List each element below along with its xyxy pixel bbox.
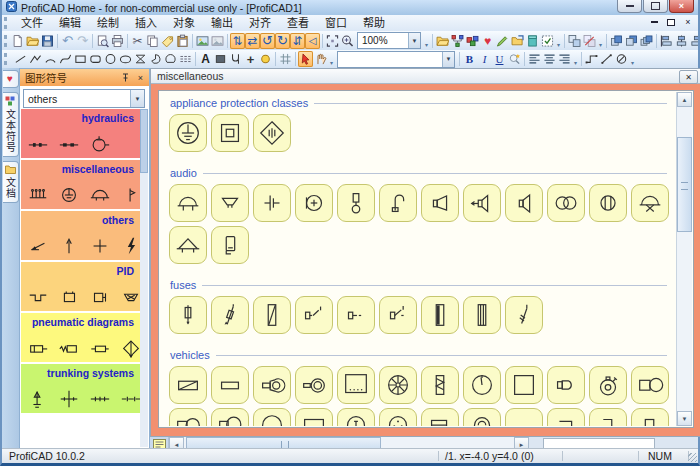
- symbols-folder-button[interactable]: [435, 33, 450, 49]
- toolbar-overflow-chevron[interactable]: ▾: [555, 34, 562, 48]
- panel-close-icon[interactable]: ×: [134, 71, 147, 84]
- menu-item-9[interactable]: 窗口: [317, 15, 355, 31]
- cylinder-small-icon[interactable]: [89, 337, 111, 359]
- selection-box-button[interactable]: [540, 33, 555, 49]
- symbol-button-belt-drive[interactable]: [421, 366, 459, 404]
- category-others[interactable]: others: [21, 211, 140, 260]
- cylinder-spring-icon[interactable]: [58, 337, 80, 359]
- export-image-button[interactable]: [210, 33, 225, 49]
- symbol-edit-button[interactable]: [495, 33, 510, 49]
- mdi-restore-button[interactable]: [664, 16, 678, 28]
- symbol-button-fuse-solid[interactable]: [421, 296, 459, 334]
- node-tool-button[interactable]: [258, 51, 273, 67]
- symbol-button-mic-capsule[interactable]: [589, 184, 627, 222]
- symbol-button-coupler-ring[interactable]: [295, 366, 333, 404]
- symbol-button-intercom[interactable]: [211, 226, 249, 264]
- symbol-button-fuse-breaker[interactable]: [253, 296, 291, 334]
- mirror-button[interactable]: ◁: [305, 33, 320, 49]
- menu-item-2[interactable]: 编辑: [51, 15, 89, 31]
- symbol-button-loudspeaker[interactable]: [505, 184, 543, 222]
- bold-button-button[interactable]: B: [462, 51, 477, 67]
- symbol-button-plate[interactable]: [211, 366, 249, 404]
- align-text-right-button[interactable]: [557, 51, 572, 67]
- symbol-button-pump-b[interactable]: [211, 408, 249, 426]
- redo-button[interactable]: ↷: [75, 33, 90, 49]
- symbol-button-plain[interactable]: [505, 408, 543, 426]
- symbol-button-protection-class-1[interactable]: [169, 114, 207, 152]
- filled-rectangle-tool-button[interactable]: [213, 51, 228, 67]
- align-right-objects-button[interactable]: [689, 33, 698, 49]
- menu-item-4[interactable]: 插入: [127, 15, 165, 31]
- symbol-button-tent-loudspeaker[interactable]: [169, 226, 207, 264]
- order-objects-button[interactable]: [639, 33, 654, 49]
- favorites-heart-button[interactable]: ♥: [480, 33, 495, 49]
- junction-tool-button[interactable]: +: [243, 51, 258, 67]
- vessel-divided-icon[interactable]: [89, 286, 111, 308]
- symbol-button-step-part[interactable]: [589, 408, 627, 426]
- mdi-minimize-button[interactable]: [647, 16, 661, 28]
- toolbar-grip[interactable]: [4, 17, 10, 29]
- symbol-button-coupler[interactable]: [253, 366, 291, 404]
- symbol-button-protection-class-2[interactable]: [211, 114, 249, 152]
- symbol-button-protection-class-3[interactable]: [253, 114, 291, 152]
- print-preview-button[interactable]: [95, 33, 110, 49]
- symbol-button-piezo-sounder[interactable]: [253, 184, 291, 222]
- rotate-90-button[interactable]: ⇵: [290, 33, 305, 49]
- toolbar-grip[interactable]: [4, 53, 10, 65]
- symbol-button-door-part[interactable]: [631, 408, 669, 426]
- panel-scrollbar[interactable]: [140, 109, 148, 447]
- align-center-objects-button[interactable]: [674, 33, 689, 49]
- crosshair-icon[interactable]: [89, 235, 111, 257]
- sidebar-tab-1[interactable]: ♥: [3, 70, 19, 88]
- send-to-back-button[interactable]: [624, 33, 639, 49]
- symbol-colors-button[interactable]: [465, 33, 480, 49]
- vessel-icon[interactable]: [58, 286, 80, 308]
- terminal-tool-button[interactable]: [228, 51, 243, 67]
- toolbar-overflow-chevron[interactable]: ▾: [572, 52, 579, 66]
- menu-item-10[interactable]: 帮助: [355, 15, 393, 31]
- bring-to-front-button[interactable]: [609, 33, 624, 49]
- insert-image-button[interactable]: [195, 33, 210, 49]
- arc-tool-button[interactable]: [43, 51, 58, 67]
- no-connection-button[interactable]: [614, 51, 629, 67]
- busbar-icon[interactable]: [27, 184, 49, 206]
- align-text-center-button[interactable]: [542, 51, 557, 67]
- category-pneumatic-diagrams[interactable]: pneumatic diagrams: [21, 313, 140, 362]
- format-style-button[interactable]: [507, 51, 522, 67]
- arrow-angle-icon[interactable]: [27, 235, 49, 257]
- chord-tool-button[interactable]: [163, 51, 178, 67]
- polygon-tool-button[interactable]: [133, 51, 148, 67]
- arrow-up-icon[interactable]: [58, 235, 80, 257]
- panel-scrollbar-thumb[interactable]: [140, 109, 148, 173]
- step-line-icon[interactable]: [27, 286, 49, 308]
- symbol-button-bell[interactable]: [253, 408, 291, 426]
- menu-item-7[interactable]: 对齐: [241, 15, 279, 31]
- cable-dash-icon[interactable]: [120, 388, 140, 410]
- resize-grip[interactable]: [688, 453, 697, 462]
- label-tag-button[interactable]: [160, 33, 175, 49]
- snap-grid-tool-button[interactable]: [278, 51, 293, 67]
- rounded-rectangle-tool-button[interactable]: [88, 51, 103, 67]
- symbol-button-fuel-gauge[interactable]: [337, 408, 375, 426]
- symbol-button-enclosure[interactable]: [505, 366, 543, 404]
- menu-item-3[interactable]: 绘制: [89, 15, 127, 31]
- symbol-button-siren[interactable]: [631, 184, 669, 222]
- hose-coupling-icon[interactable]: [27, 133, 49, 155]
- open-file-button[interactable]: [25, 33, 40, 49]
- symbol-button-microphone[interactable]: [295, 184, 333, 222]
- pin-icon[interactable]: [119, 71, 132, 84]
- new-document-button[interactable]: [10, 33, 25, 49]
- panel-toggle-button[interactable]: [525, 33, 540, 49]
- symbol-button-fuse-switch-striker[interactable]: [211, 296, 249, 334]
- symbol-button-fuse-striker[interactable]: [169, 296, 207, 334]
- toolbar-overflow-chevron[interactable]: ▾: [328, 52, 335, 66]
- hose-coupling-2-icon[interactable]: [58, 133, 80, 155]
- zoom-area-button[interactable]: [325, 33, 340, 49]
- symbol-button-tank-circle[interactable]: [631, 366, 669, 404]
- sidebar-tab-3[interactable]: 文档: [3, 161, 19, 203]
- symbol-button-pump-a[interactable]: [169, 408, 207, 426]
- rotate-right-button[interactable]: ↻: [275, 33, 290, 49]
- directional-valve-icon[interactable]: [120, 337, 140, 359]
- group-objects-button[interactable]: [567, 33, 582, 49]
- category-miscellaneous[interactable]: miscellaneous: [21, 160, 140, 209]
